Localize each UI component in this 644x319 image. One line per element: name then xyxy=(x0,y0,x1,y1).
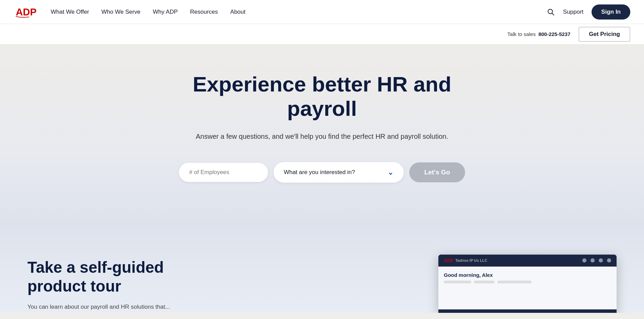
mock-screen: ADP Tadrise IP Us LLC Good morning, Alex xyxy=(438,255,617,313)
nav-link-resources[interactable]: Resources xyxy=(190,9,218,15)
lower-title: Take a self-guided product tour xyxy=(27,258,199,296)
hero-subtitle: Answer a few questions, and we'll help y… xyxy=(196,131,448,142)
nav-links: What We Offer Who We Serve Why ADP Resou… xyxy=(51,9,547,15)
lower-subtitle: You can learn about our payroll and HR s… xyxy=(27,303,312,311)
lower-section: Take a self-guided product tour You can … xyxy=(0,224,644,313)
support-link[interactable]: Support xyxy=(563,9,584,15)
nav-link-who-we-serve[interactable]: Who We Serve xyxy=(101,9,141,15)
mock-screen-greeting: Good morning, Alex xyxy=(444,272,611,278)
navigation: ADP What We Offer Who We Serve Why ADP R… xyxy=(0,0,644,24)
nav-right: Support Sign In xyxy=(547,4,630,20)
svg-line-3 xyxy=(552,13,554,15)
secondary-bar: Talk to sales 800-225-5237 Get Pricing xyxy=(0,24,644,45)
chevron-down-icon: ⌄ xyxy=(388,168,393,176)
search-button[interactable] xyxy=(547,8,555,16)
nav-link-about[interactable]: About xyxy=(230,9,245,15)
lets-go-button[interactable]: Let's Go xyxy=(409,162,465,182)
phone-number[interactable]: 800-225-5237 xyxy=(538,31,570,37)
talk-to-sales-label: Talk to sales xyxy=(507,31,536,37)
mock-screen-content-lines xyxy=(444,281,611,283)
mock-screen-logo: ADP Tadrise IP Us LLC xyxy=(444,258,487,263)
interest-dropdown-label: What are you interested in? xyxy=(284,169,355,176)
signin-button[interactable]: Sign In xyxy=(592,4,630,20)
lower-visual: ADP Tadrise IP Us LLC Good morning, Alex xyxy=(332,251,617,313)
nav-link-why-adp[interactable]: Why ADP xyxy=(153,9,178,15)
employees-input[interactable] xyxy=(179,163,268,182)
nav-link-what-we-offer[interactable]: What We Offer xyxy=(51,9,89,15)
svg-text:ADP: ADP xyxy=(16,6,37,17)
hero-title: Experience better HR and payroll xyxy=(168,72,476,121)
hero-section: Experience better HR and payroll Answer … xyxy=(0,45,644,224)
interest-dropdown[interactable]: What are you interested in? ⌄ xyxy=(274,162,404,183)
get-pricing-button[interactable]: Get Pricing xyxy=(579,27,630,42)
lower-text: Take a self-guided product tour You can … xyxy=(27,251,312,311)
adp-logo[interactable]: ADP xyxy=(14,4,37,20)
mock-screen-body: Good morning, Alex xyxy=(438,267,617,309)
mock-screen-nav-icons xyxy=(582,258,611,262)
mock-screen-header: ADP Tadrise IP Us LLC xyxy=(438,255,617,267)
hero-form: What are you interested in? ⌄ Let's Go xyxy=(179,162,465,183)
